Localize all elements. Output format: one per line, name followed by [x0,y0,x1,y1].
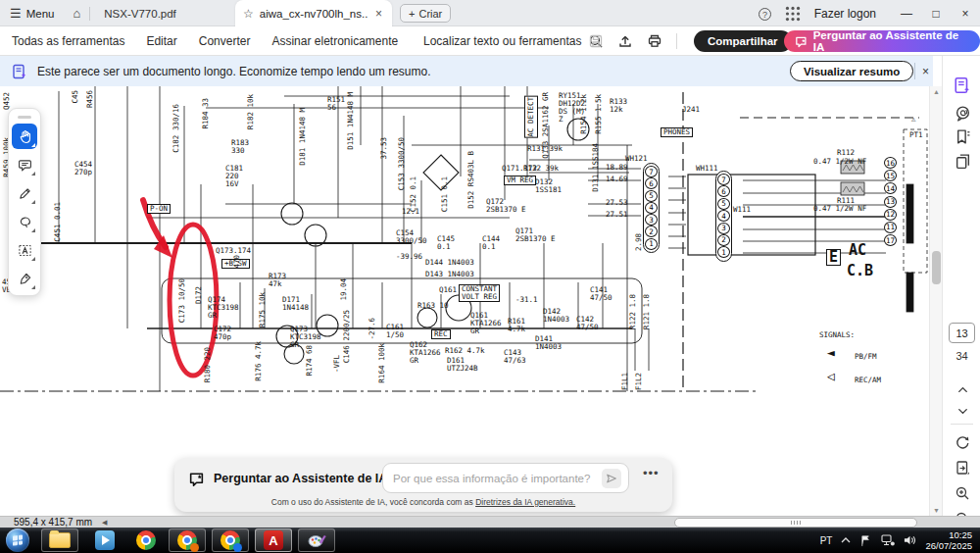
comment-tool-button[interactable] [12,152,37,177]
taskbar-chrome-profile2-button[interactable] [212,528,249,552]
restore-button[interactable]: □ [921,0,951,26]
save-icon[interactable] [588,33,604,49]
ai-guidelines-link[interactable]: Diretrizes da IA generativa. [475,497,575,507]
tab-active-aiwa[interactable]: ☆ aiwa_cx-nv700lh_ns... × [235,0,392,26]
page-view-options-button[interactable] [953,458,972,478]
draw-tool-button[interactable] [12,209,37,234]
taskbar-paint-button[interactable] [298,528,335,552]
tools-menu-convert[interactable]: Converter [199,34,251,48]
schematic-label: R162 4.7k [445,347,485,355]
schematic-label: AC [849,243,866,258]
dismiss-notice-icon[interactable]: × [922,56,929,86]
tab-nsx-v770[interactable]: NSX-V770.pdf [90,8,190,20]
schematic-label: 0.47 1/2W NF [813,205,866,213]
rotate-page-button[interactable] [953,432,972,452]
connector-pin: 6 [645,177,658,189]
tools-menu-esign[interactable]: Assinar eletronicamente [271,34,398,48]
schematic-label: Q174 KTC3198 GR [208,296,239,320]
current-page-input[interactable] [949,323,975,343]
tray-expand-icon[interactable] [841,536,851,544]
next-page-button[interactable] [953,401,972,421]
taskbar-acrobat-button[interactable]: A [255,528,292,552]
menu-button[interactable]: ☰ Menu [0,0,64,26]
action-center-flag-icon[interactable] [859,534,872,547]
ask-ai-input[interactable] [382,463,629,493]
start-button[interactable] [6,528,29,552]
minimize-button[interactable]: — [892,0,921,26]
schematic-label: 27.51 [606,211,628,219]
more-options-button[interactable]: ••• [643,466,660,480]
hand-tool-button[interactable] [12,124,37,149]
schematic-label: R132 39k [523,165,559,173]
create-tab-button[interactable]: + Criar [400,4,451,23]
chrome-icon [177,530,197,550]
taskbar-clock[interactable]: 10:25 26/07/2025 [925,529,972,551]
taskbar-chrome-profile1-button[interactable] [169,528,206,552]
schematic-label: P-ON [147,204,171,214]
network-icon[interactable] [881,534,895,546]
send-button[interactable] [602,469,621,488]
ask-ai-panel-title: Perguntar ao Assistente de IA [214,472,387,485]
ask-ai-label: Perguntar ao Assistente de IA [813,29,969,53]
zoom-in-icon [955,485,970,501]
close-button[interactable]: × [951,0,980,26]
floating-tool-palette [8,108,41,296]
schematic-label: D141 1N4003 [535,335,562,351]
connector-pin: 4 [645,202,658,214]
schematic-label: Q161 KTA1266 GR [470,312,502,335]
upload-share-icon[interactable] [617,33,633,49]
help-button[interactable]: ? [752,7,779,21]
schematic-label: 470 [233,255,241,269]
previous-page-button[interactable] [953,379,972,399]
tools-menu-edit[interactable]: Editar [146,34,176,48]
star-icon[interactable]: ☆ [243,7,254,21]
comments-panel-button[interactable] [953,103,972,123]
fill-sign-tool-button[interactable] [12,266,37,291]
total-pages-label: 34 [943,350,980,362]
login-button[interactable]: Fazer logon [807,7,892,21]
ask-ai-button[interactable]: Perguntar ao Assistente de IA [784,30,980,52]
close-tab-icon[interactable]: × [373,7,384,21]
page-thumbnails-button[interactable] [953,151,972,171]
share-button[interactable]: Compartilhar [694,30,792,52]
schematic-label: C181 220 16V [225,165,243,188]
language-indicator[interactable]: PT [820,535,833,546]
schematic-label: R133 12k [610,98,627,114]
taskbar-chrome-button[interactable] [127,528,165,552]
schematic-label: C161 1/50 [386,324,404,339]
view-summary-button[interactable]: Visualizar resumo [790,61,913,81]
vertical-scrollbar[interactable]: ▲ ▼ [929,86,942,516]
vertical-scroll-thumb[interactable] [932,251,941,284]
find-button[interactable]: Localizar texto ou ferramentas [423,26,604,56]
title-bar: ☰ Menu ⌂ NSX-V770.pdf ☆ aiwa_cx-nv700lh_… [0,0,980,26]
edit-tool-button[interactable] [12,180,37,206]
home-button[interactable]: ⌂ [64,6,89,21]
taskbar-media-player-button[interactable] [86,528,123,552]
chevron-down-icon [956,404,970,419]
tools-menu-all[interactable]: Todas as ferramentas [12,34,124,48]
volume-icon[interactable] [904,534,916,546]
connector-pin: 4 [717,210,730,222]
find-label: Localizar texto ou ferramentas [423,34,581,48]
taskbar-explorer-button[interactable] [41,528,78,552]
pdf-page-schematic[interactable]: Q452R459 100k45 VEC45R456KTC3198 GRC454 … [0,86,929,516]
schematic-label: AC DETECT [524,96,538,138]
schematic-label: R174 68 [306,345,314,377]
schematic-label: R175 10k [259,292,267,327]
zoom-in-button[interactable] [953,483,972,503]
ai-assistant-icon [954,76,971,94]
schematic-label: W111 [733,206,751,214]
ai-assistant-panel-button[interactable] [953,75,972,95]
profile-badge [233,543,242,552]
bookmarks-panel-button[interactable] [953,126,972,146]
schematic-label: PHONES [661,127,693,137]
text-select-tool-button[interactable] [12,237,37,263]
print-icon[interactable] [647,33,662,49]
horizontal-scroll-thumb[interactable] [674,518,917,528]
drag-handle[interactable] [18,116,31,119]
connector-pin: 16 [884,157,897,169]
schematic-label: PT1 [909,131,923,139]
acrobat-icon: A [264,530,283,550]
apps-grid-button[interactable] [779,6,807,22]
grid-icon [785,6,801,22]
